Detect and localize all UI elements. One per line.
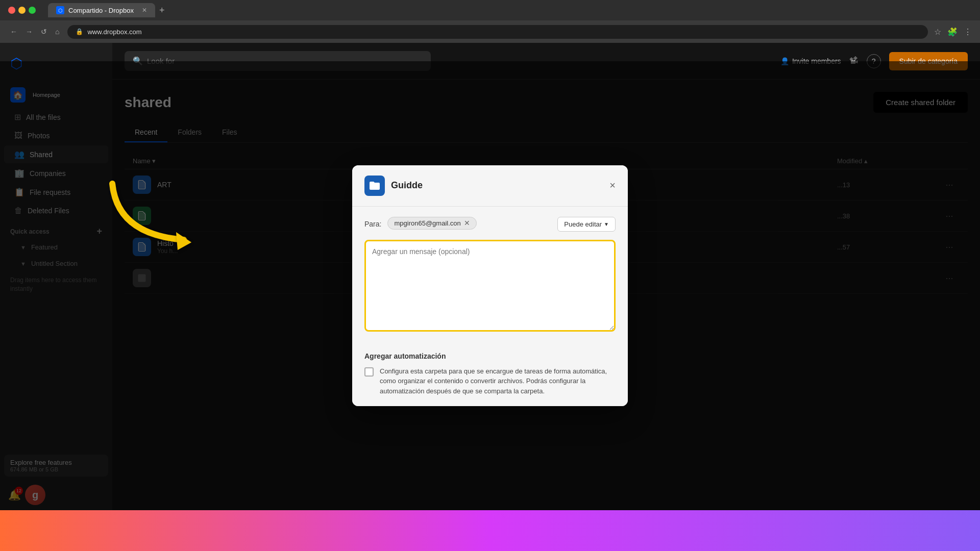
remove-recipient-button[interactable]: ✕ [464,219,470,227]
browser-tab-bar: Compartido - Dropbox ✕ + [40,1,972,19]
modal-title: Guidde [391,180,603,191]
permission-select[interactable]: Puede editar ▼ [557,217,616,232]
maximize-window-button[interactable] [29,7,36,14]
back-button[interactable]: ← [8,26,19,38]
automation-option: Configura esta carpeta para que se encar… [364,366,616,396]
menu-icon[interactable]: ⋮ [964,27,972,37]
permission-label: Puede editar [564,220,602,228]
forward-button[interactable]: → [23,26,35,38]
url-text: www.dropbox.com [87,28,141,36]
arrow-annotation [102,173,214,267]
close-window-button[interactable] [8,7,15,14]
nav-buttons: ← → ↺ ⌂ [8,26,61,38]
tab-favicon [56,6,64,14]
automation-text: Configura esta carpeta para que se encar… [380,366,616,396]
bottom-gradient [0,510,980,551]
modal-body: Para: mpgiron65@gmail.con ✕ Puede editar… [352,207,628,344]
recipient-tag: mpgiron65@gmail.con ✕ [387,217,476,230]
traffic-lights [8,7,36,14]
message-textarea[interactable] [364,240,616,332]
browser-actions: ☆ 🧩 ⋮ [934,27,972,37]
recipients-area: mpgiron65@gmail.con ✕ [387,217,551,230]
lock-icon: 🔒 [76,28,83,35]
new-tab-button[interactable]: + [159,5,165,16]
share-modal: Guidde × Para: mpgiron65@gmail.con ✕ Pue… [352,165,628,407]
extensions-icon[interactable]: 🧩 [947,27,958,37]
bookmark-icon[interactable]: ☆ [934,27,941,37]
tab-close-icon[interactable]: ✕ [142,7,147,14]
modal-header: Guidde × [352,165,628,207]
address-bar: ← → ↺ ⌂ 🔒 www.dropbox.com ☆ 🧩 ⋮ [0,20,980,43]
minimize-window-button[interactable] [18,7,26,14]
modal-close-button[interactable]: × [609,180,616,191]
close-icon: × [609,180,616,191]
modal-folder-icon [364,176,385,196]
automation-checkbox[interactable] [364,367,374,377]
svg-marker-1 [176,232,191,250]
tab-title: Compartido - Dropbox [68,7,134,14]
automation-section: Agregar automatización Configura esta ca… [352,344,628,407]
browser-tab[interactable]: Compartido - Dropbox ✕ [48,3,155,17]
chevron-down-icon: ▼ [604,221,609,227]
recipient-email: mpgiron65@gmail.con [394,219,460,227]
automation-title: Agregar automatización [364,352,616,360]
title-bar: Compartido - Dropbox ✕ + [0,0,980,20]
reload-button[interactable]: ↺ [39,26,49,38]
home-nav-button[interactable]: ⌂ [53,26,61,38]
url-bar[interactable]: 🔒 www.dropbox.com [67,25,928,39]
recipient-row: Para: mpgiron65@gmail.con ✕ Puede editar… [364,217,616,232]
para-label: Para: [364,217,381,228]
modal-overlay: Guidde × Para: mpgiron65@gmail.con ✕ Pue… [0,61,980,510]
